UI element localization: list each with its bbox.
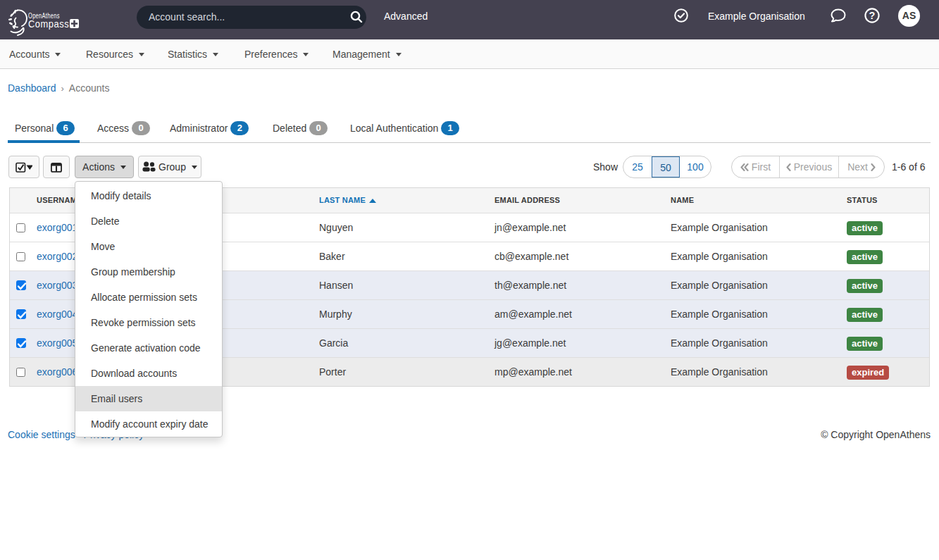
svg-text:?: ? <box>869 10 876 21</box>
